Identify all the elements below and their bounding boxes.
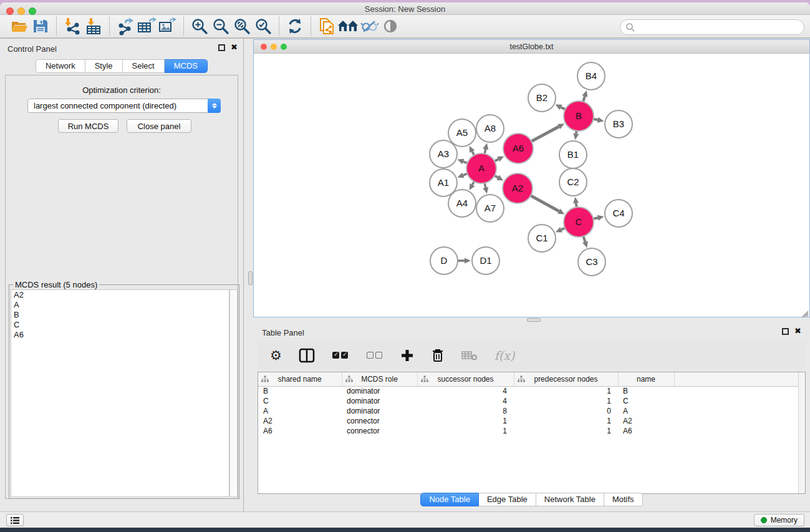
- graph-node-D[interactable]: D: [430, 247, 458, 274]
- edge-C-C4[interactable]: [593, 218, 597, 219]
- graph-node-A4[interactable]: A4: [448, 190, 476, 217]
- run-mcds-button[interactable]: Run MCDS: [58, 119, 118, 133]
- resize-grip-icon[interactable]: [800, 307, 809, 316]
- mcds-result-list[interactable]: A2ABCA6: [11, 289, 229, 497]
- mcds-result-item[interactable]: A: [11, 300, 229, 310]
- graph-node-B1[interactable]: B1: [559, 141, 587, 168]
- mcds-result-item[interactable]: A2: [11, 290, 229, 300]
- open-session-icon[interactable]: [9, 16, 30, 36]
- criterion-dropdown[interactable]: largest connected component (directed): [27, 99, 221, 113]
- mcds-result-item[interactable]: A6: [11, 330, 229, 340]
- column-header-name[interactable]: name: [618, 372, 674, 386]
- export-image-icon[interactable]: [157, 16, 178, 36]
- edge-A-A1[interactable]: [463, 173, 468, 175]
- float-table-panel-icon[interactable]: [782, 328, 789, 335]
- edge-B-B2[interactable]: [561, 107, 566, 109]
- edge-A-A7[interactable]: [485, 183, 486, 187]
- graph-node-A2[interactable]: A2: [503, 173, 533, 203]
- column-header-successor-nodes[interactable]: successor nodes: [417, 372, 514, 386]
- hide-glasses-icon[interactable]: [359, 16, 380, 36]
- tab-mcds[interactable]: MCDS: [165, 59, 208, 73]
- graph-node-A8[interactable]: A8: [476, 115, 504, 142]
- refresh-icon[interactable]: [284, 16, 306, 36]
- mcds-result-item[interactable]: C: [11, 320, 229, 330]
- zoom-in-icon[interactable]: [189, 16, 210, 36]
- table-options-gear-icon[interactable]: ⚙: [270, 346, 282, 365]
- graph-node-A[interactable]: A: [466, 153, 496, 183]
- graph-node-B3[interactable]: B3: [605, 110, 632, 138]
- edge-B-B4[interactable]: [583, 96, 585, 102]
- function-builder-icon[interactable]: f(x): [494, 346, 515, 365]
- tab-select[interactable]: Select: [123, 59, 165, 73]
- graph-node-C1[interactable]: C1: [528, 225, 556, 252]
- edge-A-A3[interactable]: [463, 162, 468, 163]
- result-scrollbar[interactable]: [229, 289, 238, 497]
- table-row[interactable]: A6connector11A6: [258, 426, 805, 436]
- graph-node-C3[interactable]: C3: [578, 248, 605, 276]
- column-header-MCDS-role[interactable]: MCDS role: [342, 372, 417, 386]
- graph-node-D1[interactable]: D1: [472, 247, 499, 274]
- app-titlebar[interactable]: Session: New Session: [0, 2, 810, 15]
- zoom-out-icon[interactable]: [210, 16, 231, 36]
- edge-B-B3[interactable]: [594, 119, 598, 120]
- table-row[interactable]: Bdominator41B: [258, 386, 805, 396]
- column-header-predecessor-nodes[interactable]: predecessor nodes: [514, 372, 618, 386]
- node-table[interactable]: shared nameMCDS rolesuccessor nodesprede…: [258, 372, 806, 494]
- mcds-result-item[interactable]: B: [11, 310, 229, 320]
- task-history-button[interactable]: [6, 514, 24, 526]
- import-table-icon[interactable]: [83, 16, 104, 36]
- zoom-selected-icon[interactable]: [253, 16, 274, 36]
- home-icon[interactable]: [337, 16, 359, 36]
- edge-A-A8[interactable]: [485, 149, 486, 153]
- clone-network-icon[interactable]: [316, 16, 337, 36]
- edge-A-A5[interactable]: [472, 152, 474, 155]
- graph-node-A7[interactable]: A7: [476, 195, 504, 222]
- split-divider-handle-horizontal[interactable]: [527, 318, 541, 322]
- table-row[interactable]: Adominator80A: [258, 406, 805, 416]
- tab-edge-table[interactable]: Edge Table: [479, 493, 536, 506]
- dropdown-stepper-icon[interactable]: [208, 99, 221, 113]
- edge-A2-C[interactable]: [531, 196, 559, 211]
- graph-node-B2[interactable]: B2: [528, 84, 556, 112]
- tab-network-table[interactable]: Network Table: [536, 493, 604, 506]
- select-all-icon[interactable]: [332, 346, 349, 365]
- tab-node-table[interactable]: Node Table: [420, 493, 479, 506]
- table-row[interactable]: A2connector11A2: [258, 416, 805, 426]
- graph-node-C4[interactable]: C4: [605, 200, 632, 227]
- import-network-icon[interactable]: [62, 16, 83, 36]
- split-divider-handle-vertical[interactable]: [248, 271, 253, 285]
- graph-node-C2[interactable]: C2: [559, 168, 587, 196]
- float-panel-icon[interactable]: [218, 44, 225, 51]
- network-canvas[interactable]: B4B2BB3A8A5A6A3B1AC2A1A2A4A7C4CC1DD1C3: [254, 54, 809, 317]
- deselect-all-icon[interactable]: [366, 346, 383, 365]
- graph-node-A6[interactable]: A6: [503, 133, 533, 163]
- edge-C-C3[interactable]: [583, 236, 585, 242]
- table-row[interactable]: Cdominator41C: [258, 396, 805, 406]
- column-header-shared-name[interactable]: shared name: [258, 372, 342, 386]
- close-table-panel-icon[interactable]: ✖: [794, 326, 801, 336]
- table-scrollbar[interactable]: [798, 372, 805, 493]
- delete-column-trash-icon[interactable]: [431, 346, 445, 365]
- search-input[interactable]: [635, 22, 804, 32]
- tab-motifs[interactable]: Motifs: [604, 493, 643, 506]
- add-column-icon[interactable]: [400, 346, 414, 365]
- tab-network[interactable]: Network: [36, 59, 85, 73]
- tab-style[interactable]: Style: [85, 59, 123, 73]
- graph-node-C[interactable]: C: [564, 207, 594, 237]
- graph-node-A5[interactable]: A5: [448, 119, 476, 147]
- memory-button[interactable]: Memory: [754, 514, 804, 526]
- edge-A-A6[interactable]: [494, 159, 498, 161]
- graph-node-A3[interactable]: A3: [430, 140, 457, 168]
- delete-table-icon[interactable]: [461, 346, 478, 365]
- edge-A6-B[interactable]: [531, 127, 559, 142]
- show-eye-icon[interactable]: [380, 16, 401, 36]
- close-panel-icon[interactable]: ✖: [231, 42, 238, 52]
- graph-node-B[interactable]: B: [564, 101, 594, 131]
- graph-node-B4[interactable]: B4: [577, 62, 605, 90]
- export-network-icon[interactable]: [115, 16, 136, 36]
- export-table-icon[interactable]: [136, 16, 157, 36]
- close-panel-button[interactable]: Close panel: [127, 119, 191, 133]
- zoom-fit-icon[interactable]: [231, 16, 253, 36]
- show-column-icon[interactable]: [299, 346, 315, 365]
- save-session-icon[interactable]: [30, 16, 51, 36]
